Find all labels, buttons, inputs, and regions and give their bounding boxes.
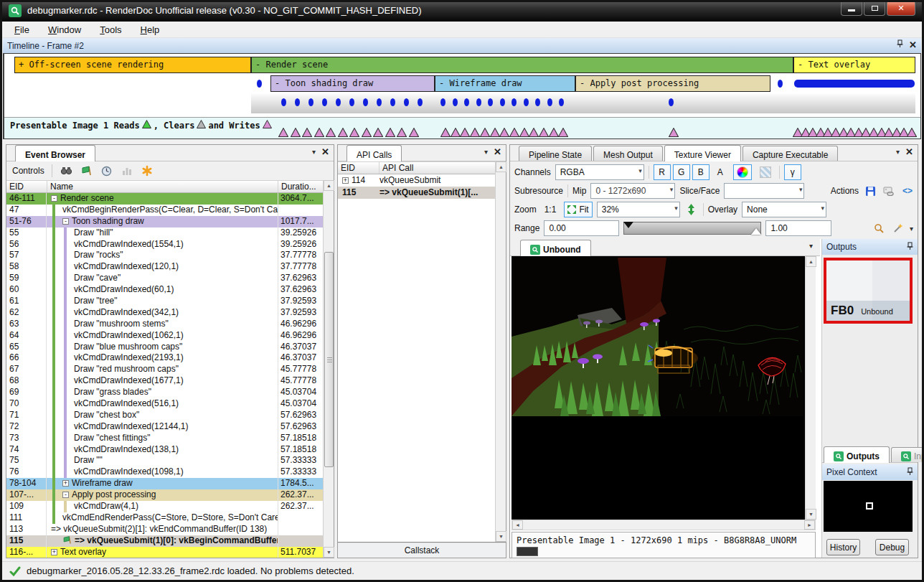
event-row[interactable]: 65Draw "blue mushroom caps"46.37037 bbox=[6, 342, 323, 353]
zoom-range-icon[interactable] bbox=[872, 221, 887, 235]
timeline-block[interactable]: - Render scene bbox=[251, 57, 793, 73]
event-row[interactable]: 61Draw "tree"37.92593 bbox=[6, 296, 323, 307]
channels-dropdown[interactable]: RGBA▾ bbox=[555, 164, 644, 180]
event-row[interactable]: 111vkCmdEndRenderPass(C=Store, D=Store, … bbox=[6, 512, 323, 524]
shader-code-icon[interactable]: <> bbox=[900, 184, 915, 198]
timeline-block[interactable]: - Apply post processing bbox=[575, 75, 770, 92]
fit-button[interactable]: Fit bbox=[564, 202, 592, 217]
api-calls-scrollbar[interactable]: ▲ ▼ bbox=[495, 161, 506, 542]
jump-bookmark-icon[interactable] bbox=[80, 164, 94, 178]
scrollbar-thumb[interactable] bbox=[324, 252, 334, 467]
channel-r-button[interactable]: R bbox=[654, 164, 671, 180]
expand-toggle[interactable]: + bbox=[51, 549, 57, 555]
checker-background-button[interactable] bbox=[756, 164, 775, 180]
tab-event-browser[interactable]: Event Browser bbox=[15, 145, 95, 161]
mip-dropdown[interactable]: 0 - 1272x690▾ bbox=[590, 183, 675, 199]
tab-unbound-texture[interactable]: Unbound bbox=[520, 240, 591, 256]
event-row[interactable]: 71Draw "chest box"57.62963 bbox=[6, 410, 323, 421]
event-row[interactable]: 66vkCmdDrawIndexed(2193,1)46.37037 bbox=[6, 352, 323, 364]
debug-button[interactable]: Debug bbox=[875, 539, 909, 555]
zoom-percent-dropdown[interactable]: 32%▾ bbox=[597, 202, 680, 217]
gamma-button[interactable]: γ bbox=[784, 164, 801, 180]
column-api-call[interactable]: API Call bbox=[380, 162, 506, 174]
timeline-block[interactable]: - Toon shading draw bbox=[270, 75, 435, 92]
close-button[interactable]: ✕ bbox=[887, 1, 915, 16]
event-row[interactable]: 72vkCmdDrawIndexed(12144,1)57.62963 bbox=[6, 421, 323, 433]
close-panel-icon[interactable]: ✕ bbox=[909, 41, 917, 50]
expand-toggle[interactable]: + bbox=[62, 480, 69, 487]
event-row[interactable]: 57Draw "rocks"37.77778 bbox=[6, 250, 323, 261]
timeline-block[interactable]: - Wireframe draw bbox=[435, 75, 575, 92]
event-row[interactable]: 107-...-Apply post processing262.37... bbox=[6, 489, 323, 501]
texture-horizontal-scrollbar[interactable]: ◄ ► bbox=[512, 520, 816, 530]
range-slider[interactable] bbox=[623, 222, 761, 235]
chevron-down-icon[interactable]: ▾ bbox=[484, 148, 488, 156]
event-row[interactable]: 113=> vkQueueSubmit(2)[1]: vkEndCommandB… bbox=[6, 524, 323, 535]
event-row[interactable]: 73Draw "chest fittings"57.18518 bbox=[6, 433, 323, 444]
collapse-toggle[interactable]: - bbox=[62, 218, 69, 225]
pixel-context-view[interactable] bbox=[824, 481, 913, 532]
tab-pipeline-state[interactable]: Pipeline State bbox=[519, 146, 592, 161]
event-row[interactable]: 116-...+Text overlay511.7037 bbox=[6, 547, 323, 558]
timeline-block[interactable]: - Text overlay bbox=[793, 57, 915, 73]
minimize-button[interactable] bbox=[841, 1, 862, 16]
event-row[interactable]: 76vkCmdDrawIndexed(1098,1)57.33333 bbox=[6, 466, 323, 478]
tab-api-calls[interactable]: API Calls bbox=[346, 145, 402, 161]
overlay-dropdown[interactable]: None▾ bbox=[742, 202, 826, 217]
chevron-down-icon[interactable]: ▾ bbox=[809, 242, 813, 250]
texture-vertical-scrollbar[interactable]: ▲ ▼ bbox=[805, 256, 816, 520]
event-row[interactable]: 60vkCmdDrawIndexed(60,1)37.62963 bbox=[6, 284, 323, 296]
event-row[interactable]: 46-111-Render scene3064.7... bbox=[6, 193, 323, 205]
tab-inputs[interactable]: Inputs bbox=[891, 447, 924, 462]
event-row[interactable]: 115=> vkQueueSubmit(1)[0]: vkBeginComman… bbox=[6, 535, 323, 547]
save-icon[interactable] bbox=[863, 184, 877, 198]
event-browser-scrollbar[interactable]: ▲ ▼ bbox=[323, 180, 334, 558]
event-row[interactable]: 78-104+Wireframe draw1784.5... bbox=[6, 478, 323, 489]
event-row[interactable]: 109vkCmdDraw(4,1)262.37... bbox=[6, 501, 323, 512]
range-black-point-handle[interactable] bbox=[623, 222, 633, 228]
pin-icon[interactable] bbox=[907, 242, 913, 253]
range-min-field[interactable]: 0.00 bbox=[544, 220, 619, 236]
menu-file[interactable]: File bbox=[7, 23, 37, 37]
event-row[interactable]: 64vkCmdDrawIndexed(1062,1)46.96296 bbox=[6, 330, 323, 342]
column-name[interactable]: Name bbox=[47, 181, 278, 192]
close-panel-icon[interactable]: ✕ bbox=[321, 148, 329, 156]
collapse-toggle[interactable]: - bbox=[51, 195, 57, 202]
fb0-thumbnail[interactable]: FB0 Unbound bbox=[824, 258, 913, 324]
event-row[interactable]: 75Draw ""57.33333 bbox=[6, 455, 323, 466]
custom-action-icon[interactable] bbox=[140, 164, 154, 178]
time-draws-icon[interactable] bbox=[100, 164, 114, 178]
column-eid[interactable]: EID bbox=[338, 162, 380, 174]
column-eid[interactable]: EID bbox=[6, 181, 47, 192]
pin-icon[interactable] bbox=[897, 39, 903, 50]
autofit-wand-icon[interactable] bbox=[891, 221, 905, 235]
close-panel-icon[interactable]: ✕ bbox=[494, 148, 501, 156]
api-call-row[interactable]: +114vkQueueSubmit bbox=[338, 174, 495, 187]
event-row[interactable]: 51-76-Toon shading draw1017.7... bbox=[6, 216, 323, 227]
channel-a-button[interactable]: A bbox=[712, 164, 729, 180]
event-row[interactable]: 47vkCmdBeginRenderPass(C=Clear, D=Clear,… bbox=[6, 205, 323, 216]
channel-g-button[interactable]: G bbox=[673, 164, 690, 180]
find-event-icon[interactable] bbox=[60, 164, 74, 178]
maximize-button[interactable] bbox=[864, 1, 885, 16]
open-link-icon[interactable] bbox=[882, 184, 896, 198]
range-options-chevron-icon[interactable]: ▾ bbox=[910, 225, 913, 233]
event-row[interactable]: 55Draw "hill"39.25926 bbox=[6, 227, 323, 239]
range-max-field[interactable]: 1.00 bbox=[765, 220, 831, 236]
slice-face-dropdown[interactable]: ▾ bbox=[724, 183, 804, 199]
timeline-canvas[interactable]: Presentable Image 1 Reads , Clears and W… bbox=[3, 53, 921, 139]
menu-help[interactable]: Help bbox=[133, 23, 167, 37]
visualize-button[interactable] bbox=[733, 164, 752, 180]
event-row[interactable]: 59Draw "cave"37.62963 bbox=[6, 273, 323, 284]
range-white-point-handle[interactable] bbox=[751, 228, 761, 235]
event-row[interactable]: 56vkCmdDrawIndexed(1554,1)39.25926 bbox=[6, 239, 323, 250]
expand-toggle[interactable]: + bbox=[342, 177, 349, 184]
channel-b-button[interactable]: B bbox=[692, 164, 710, 180]
event-row[interactable]: 70vkCmdDrawIndexed(516,1)45.03704 bbox=[6, 398, 323, 410]
event-row[interactable]: 67Draw "red mushroom caps"45.77778 bbox=[6, 364, 323, 375]
event-row[interactable]: 58vkCmdDrawIndexed(120,1)37.77778 bbox=[6, 261, 323, 273]
pin-icon[interactable] bbox=[907, 467, 913, 478]
zoom-1to1-button[interactable]: 1:1 bbox=[541, 202, 560, 217]
collapse-toggle[interactable]: - bbox=[62, 492, 69, 498]
event-row[interactable]: 74vkCmdDrawIndexed(138,1)57.18518 bbox=[6, 444, 323, 456]
